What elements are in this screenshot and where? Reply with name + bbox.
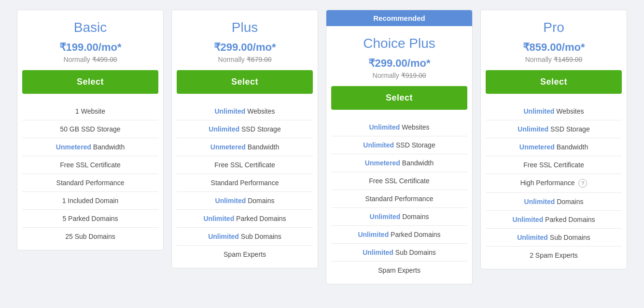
feature-highlight: Unlimited — [215, 107, 246, 115]
feature-text: Domains — [248, 197, 274, 205]
feature-text: Free SSL Certificate — [369, 177, 430, 185]
feature-highlight: Unlimited — [215, 197, 246, 205]
feature-text: Parked Domains — [391, 231, 441, 238]
help-icon[interactable]: ? — [578, 179, 587, 188]
features-list: Unlimited WebsitesUnlimited SSD StorageU… — [331, 118, 467, 279]
feature-item: Unlimited Domains — [331, 207, 467, 225]
feature-text: Websites — [402, 123, 429, 131]
feature-text: Bandwidth — [248, 143, 279, 151]
feature-item: Spam Experts — [177, 245, 313, 263]
normal-price-value: ₹1459.00 — [554, 56, 583, 63]
feature-item: Unlimited SSD Storage — [177, 120, 313, 138]
normal-price-value: ₹919.00 — [401, 72, 426, 79]
select-button[interactable]: Select — [22, 70, 158, 94]
feature-item: Spam Experts — [331, 261, 467, 279]
plan-name: Choice Plus — [331, 36, 467, 51]
plan-card-plus: Plus₹299.00/mo*Normally ₹679.00SelectUnl… — [171, 10, 318, 268]
feature-item: Unlimited SSD Storage — [486, 120, 622, 138]
feature-text: SSD Storage — [241, 125, 281, 133]
feature-text: Sub Domains — [241, 233, 281, 240]
feature-text: Free SSL Certificate — [523, 161, 584, 169]
feature-item: Free SSL Certificate — [177, 156, 313, 174]
select-button[interactable]: Select — [177, 70, 313, 94]
feature-item: 50 GB SSD Storage — [22, 120, 158, 138]
plan-normal-price: Normally ₹1459.00 — [486, 56, 622, 63]
feature-text: Websites — [556, 107, 584, 115]
feature-text: SSD Storage — [396, 141, 435, 149]
plan-normal-price: Normally ₹679.00 — [177, 56, 313, 63]
plan-name: Plus — [177, 20, 313, 35]
feature-item: Unlimited Parked Domains — [486, 210, 622, 228]
feature-item: Unlimited Domains — [486, 192, 622, 210]
feature-item: 5 Parked Domains — [22, 209, 158, 227]
feature-item: Unlimited Websites — [177, 103, 313, 120]
feature-item: High Performance ? — [486, 174, 622, 192]
feature-item: Standard Performance — [177, 174, 313, 191]
recommended-banner: Recommended — [326, 10, 472, 26]
plan-price: ₹859.00/mo* — [486, 41, 622, 54]
feature-highlight: Unlimited — [363, 249, 393, 256]
feature-highlight: Unlimited — [512, 216, 543, 223]
plan-card-basic: Basic₹199.00/mo*Normally ₹499.00Select1 … — [17, 10, 164, 250]
feature-highlight: Unlimited — [518, 125, 548, 133]
feature-item: Free SSL Certificate — [331, 172, 467, 190]
feature-item: 1 Website — [22, 103, 158, 120]
select-button[interactable]: Select — [331, 86, 467, 110]
plan-name: Basic — [22, 20, 158, 35]
features-list: 1 Website50 GB SSD StorageUnmetered Band… — [22, 103, 158, 245]
feature-item: Unmetered Bandwidth — [22, 138, 158, 156]
feature-text: Domains — [402, 213, 429, 220]
feature-text: Websites — [247, 107, 275, 115]
feature-item: Unmetered Bandwidth — [177, 138, 313, 156]
feature-text: Spam Experts — [224, 250, 266, 258]
plan-normal-price: Normally ₹499.00 — [22, 56, 158, 63]
feature-highlight: Unlimited — [369, 123, 400, 131]
feature-highlight: Unlimited — [208, 233, 239, 240]
feature-text: Domains — [557, 198, 583, 205]
feature-item: Unlimited Domains — [177, 191, 313, 209]
feature-item: Unmetered Bandwidth — [331, 154, 467, 172]
feature-text: Free SSL Certificate — [214, 161, 275, 169]
select-button[interactable]: Select — [486, 70, 622, 94]
feature-item: 25 Sub Domains — [22, 227, 158, 245]
feature-item: Standard Performance — [331, 190, 467, 207]
feature-item: Unlimited Websites — [486, 103, 622, 120]
plan-normal-price: Normally ₹919.00 — [331, 72, 467, 79]
plan-name: Pro — [486, 20, 622, 35]
feature-text: 25 Sub Domains — [65, 233, 115, 240]
feature-text: Bandwidth — [93, 143, 125, 151]
feature-highlight: Unlimited — [524, 198, 555, 205]
feature-text: Standard Performance — [211, 179, 279, 187]
feature-item: Standard Performance — [22, 174, 158, 191]
feature-item: Unmetered Bandwidth — [486, 138, 622, 156]
feature-text: Sub Domains — [550, 234, 590, 241]
feature-item: Unlimited Parked Domains — [177, 209, 313, 227]
feature-text: High Performance — [520, 179, 575, 187]
feature-text: 50 GB SSD Storage — [60, 125, 120, 133]
plan-card-pro: Pro₹859.00/mo*Normally ₹1459.00SelectUnl… — [480, 10, 627, 269]
feature-item: Unlimited Websites — [331, 118, 467, 136]
normal-price-value: ₹499.00 — [92, 56, 117, 63]
feature-text: Bandwidth — [557, 143, 588, 151]
feature-item: Unlimited Sub Domains — [177, 227, 313, 245]
feature-text: 5 Parked Domains — [62, 215, 118, 222]
feature-text: Standard Performance — [56, 179, 125, 187]
feature-item: Unlimited SSD Storage — [331, 136, 467, 154]
feature-highlight: Unlimited — [517, 234, 548, 241]
feature-highlight: Unlimited — [363, 141, 394, 149]
feature-highlight: Unlimited — [358, 231, 389, 238]
feature-text: Spam Experts — [378, 266, 420, 274]
pricing-container: Basic₹199.00/mo*Normally ₹499.00Select1 … — [13, 10, 631, 284]
feature-item: Unlimited Sub Domains — [486, 228, 622, 246]
plan-price: ₹299.00/mo* — [331, 57, 467, 70]
feature-text: 1 Website — [75, 107, 105, 115]
feature-text: Standard Performance — [365, 195, 434, 203]
feature-highlight: Unlimited — [209, 125, 239, 133]
normal-price-value: ₹679.00 — [247, 56, 272, 63]
feature-highlight: Unlimited — [524, 107, 555, 115]
feature-text: SSD Storage — [550, 125, 590, 133]
feature-text: Bandwidth — [402, 159, 434, 167]
feature-text: 2 Spam Experts — [530, 251, 578, 259]
plan-price: ₹299.00/mo* — [177, 41, 313, 54]
features-list: Unlimited WebsitesUnlimited SSD StorageU… — [177, 103, 313, 263]
